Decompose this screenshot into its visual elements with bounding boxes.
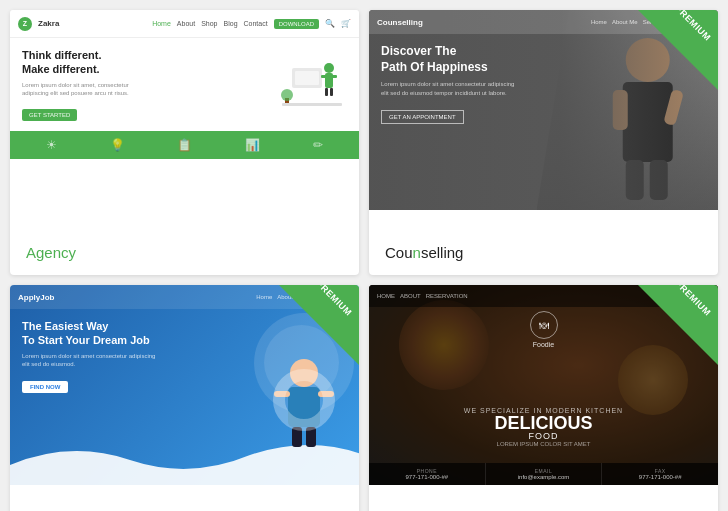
agency-bar-icon-2: 💡 <box>110 138 125 152</box>
food-desc: LOREM IPSUM COLOR SIT AMET <box>369 441 718 447</box>
food-title-large: FOOD <box>369 432 718 441</box>
food-logo-icon: 🍽 <box>530 311 558 339</box>
counselling-hero: Discover ThePath Of Happiness Lorem ipsu… <box>381 44 521 124</box>
agency-nav-contact: Contact <box>244 20 268 27</box>
applyjob-premium-triangle <box>279 285 359 365</box>
agency-icon-bar: ☀ 💡 📋 📊 ✏ <box>10 131 359 159</box>
food-premium-triangle <box>638 285 718 365</box>
agency-logo-text: Zakra <box>38 19 59 28</box>
agency-hero-title: Think different.Make different. <box>22 48 269 77</box>
food-footer: PHONE 977-171-000-## EMAIL info@example.… <box>369 463 718 485</box>
agency-nav-about: About <box>177 20 195 27</box>
agency-preview: Z Zakra Home About Shop Blog Contact DOW… <box>10 10 359 230</box>
food-footer-email: EMAIL info@example.com <box>486 463 603 485</box>
food-hero: WE SPECIALIZE IN MODERN KITCHEN deliciou… <box>369 407 718 447</box>
applyjob-label: ApplyJob <box>10 505 359 511</box>
applyjob-person <box>264 355 344 455</box>
svg-point-9 <box>281 89 293 101</box>
template-grid: Z Zakra Home About Shop Blog Contact DOW… <box>10 10 718 511</box>
counselling-cta: GET AN APPOINTMENT <box>381 110 464 124</box>
counselling-label-highlight: n <box>413 244 421 261</box>
agency-search-icon: 🔍 <box>325 19 335 28</box>
agency-nav-links: Home About Shop Blog Contact DOWNLOAD 🔍 … <box>152 19 351 29</box>
agency-nav-home: Home <box>152 20 171 27</box>
agency-nav-shop: Shop <box>201 20 217 27</box>
coun-nav-home: Home <box>591 19 607 25</box>
agency-nav-blog: Blog <box>224 20 238 27</box>
food-title: delicious FOOD <box>369 414 718 441</box>
food-nav-about: ABOUT <box>400 293 421 299</box>
applyjob-desc: Lorem ipsum dolor sit amet consectetur a… <box>22 352 162 369</box>
food-nav-home: HOME <box>377 293 395 299</box>
svg-rect-4 <box>321 75 327 78</box>
counselling-premium-triangle <box>638 10 718 90</box>
agency-download-btn: DOWNLOAD <box>274 19 319 29</box>
svg-point-2 <box>324 63 334 73</box>
agency-illustration <box>277 48 347 118</box>
counselling-label: Counselling <box>369 230 718 275</box>
food-footer-phone: PHONE 977-171-000-## <box>369 463 486 485</box>
agency-bar-icon-1: ☀ <box>46 138 57 152</box>
applyjob-card[interactable]: ApplyJob Home About Us Job Blog Help The… <box>10 285 359 511</box>
agency-cart-icon: 🛒 <box>341 19 351 28</box>
counselling-desc: Lorem ipsum dolor sit amet consectetur a… <box>381 80 521 97</box>
agency-logo-icon: Z <box>18 17 32 31</box>
svg-rect-1 <box>295 71 319 85</box>
agency-hero: Think different.Make different. Lorem ip… <box>10 38 359 131</box>
applyjob-cta: FIND NOW <box>22 381 68 393</box>
agency-card[interactable]: Z Zakra Home About Shop Blog Contact DOW… <box>10 10 359 275</box>
agency-navbar: Z Zakra Home About Shop Blog Contact DOW… <box>10 10 359 38</box>
svg-rect-7 <box>330 88 333 96</box>
food-card[interactable]: HOME ABOUT RESERVATION 🍽 Foodie WE SPECI… <box>369 285 718 511</box>
agency-bar-icon-3: 📋 <box>177 138 192 152</box>
agency-bar-icon-4: 📊 <box>245 138 260 152</box>
svg-rect-5 <box>331 75 337 78</box>
food-preview: HOME ABOUT RESERVATION 🍽 Foodie WE SPECI… <box>369 285 718 505</box>
counselling-card[interactable]: Counselling Home About Me Service Articl… <box>369 10 718 275</box>
counselling-logo: Counselling <box>377 18 423 27</box>
applyjob-preview: ApplyJob Home About Us Job Blog Help The… <box>10 285 359 505</box>
agency-bar-icon-5: ✏ <box>313 138 323 152</box>
food-logo: 🍽 Foodie <box>530 311 558 348</box>
counselling-title: Discover ThePath Of Happiness <box>381 44 521 75</box>
food-logo-name: Foodie <box>530 341 558 348</box>
counselling-preview: Counselling Home About Me Service Articl… <box>369 10 718 230</box>
aj-nav-home: Home <box>256 294 272 300</box>
agency-label: Agency <box>10 230 359 275</box>
food-label: Foodie <box>369 505 718 511</box>
food-footer-fax: FAX 977-171-000-## <box>602 463 718 485</box>
svg-rect-6 <box>325 88 328 96</box>
agency-hero-desc: Lorem ipsum dolor sit amet, consectetura… <box>22 81 269 98</box>
coun-nav-about: About Me <box>612 19 638 25</box>
svg-rect-10 <box>282 103 342 106</box>
agency-hero-content: Think different.Make different. Lorem ip… <box>22 48 269 121</box>
applyjob-logo: ApplyJob <box>18 293 54 302</box>
agency-hero-cta: GET STARTED <box>22 109 77 121</box>
food-nav-reservation: RESERVATION <box>426 293 468 299</box>
